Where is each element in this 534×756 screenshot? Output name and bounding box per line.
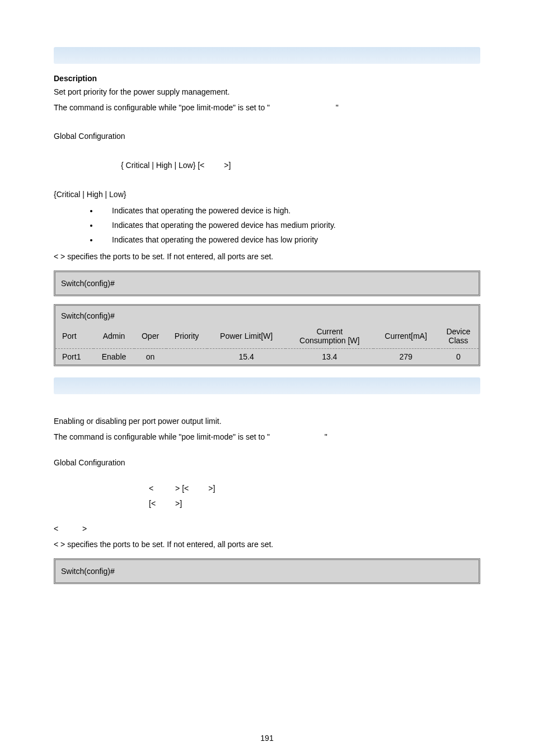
description-heading-1: Description [54, 74, 480, 83]
s1-syntax: { Critical | High | Low} [< >] [54, 160, 480, 172]
s1-bullet-critical: Indicates that operating the powered dev… [99, 204, 480, 218]
s1-bullet-high: Indicates that operating the powered dev… [99, 218, 480, 233]
td-port: Port1 [55, 349, 93, 365]
s1-bullet-low: Indicates that operating the powered dev… [99, 233, 480, 248]
s1-params-heading: {Critical | High | Low} [54, 189, 480, 201]
s2-syntax-block: < > [< >] [< >] [54, 482, 480, 510]
s1-ports-line: < > specifies the ports to be set. If no… [54, 251, 480, 263]
th-power-limit: Power Limit[W] [207, 324, 285, 349]
th-device-class-a: Device [442, 327, 475, 336]
s1-desc-line2: The command is configurable while "poe l… [54, 102, 480, 114]
td-device-class: 0 [438, 349, 479, 365]
output-box: Switch(config)# Port Admin Oper Priority… [54, 304, 480, 366]
th-priority: Priority [166, 324, 207, 349]
s2-desc-line2-post: " [325, 432, 327, 441]
s2-ports-line: < > specifies the ports to be set. If no… [54, 539, 480, 551]
s1-desc-line2-post: " [336, 103, 339, 112]
s2-desc-line2-pre: The command is configurable while "poe l… [54, 432, 270, 441]
s2-default-prompt: Switch(config)# [61, 567, 115, 576]
th-port: Port [55, 324, 93, 349]
s2-mode-value: Global Configuration [54, 457, 480, 469]
td-oper: on [134, 349, 166, 365]
s1-bullets: Indicates that operating the powered dev… [99, 204, 480, 247]
section-heading-bar-1 [54, 47, 480, 64]
s2-default-box: Switch(config)# [54, 558, 480, 584]
th-device-class: Device Class [438, 324, 479, 349]
td-power-limit: 15.4 [207, 349, 285, 365]
s1-syntax-text: { Critical | High | Low} [< >] [121, 161, 231, 170]
s1-bullet-critical-text: Indicates that operating the powered dev… [112, 206, 291, 215]
th-current-cons-a: Current [289, 327, 370, 336]
s2-params-line1: < > [54, 523, 480, 535]
th-admin: Admin [93, 324, 134, 349]
output-head: Switch(config)# [55, 306, 479, 324]
td-admin: Enable [93, 349, 134, 365]
th-current-cons: Current Consumption [W] [285, 324, 373, 349]
s1-bullet-high-text: Indicates that operating the powered dev… [112, 221, 336, 230]
s2-desc-line1: Enabling or disabling per port power out… [54, 416, 480, 428]
page-number: 191 [0, 734, 534, 743]
section-heading-bar-2 [54, 377, 480, 394]
port-table: Port Admin Oper Priority Power Limit[W] … [55, 324, 479, 365]
td-priority [166, 349, 207, 365]
s2-desc-line2: The command is configurable while "poe l… [54, 431, 480, 444]
s1-default-prompt: Switch(config)# [61, 279, 115, 288]
th-current-cons-b: Consumption [W] [289, 336, 370, 345]
th-oper: Oper [134, 324, 166, 349]
page-root: Description Set port priority for the po… [0, 0, 534, 756]
s1-desc-line2-pre: The command is configurable while "poe l… [54, 103, 270, 112]
s1-bullet-low-text: Indicates that operating the powered dev… [112, 235, 318, 244]
td-current-cons: 13.4 [285, 349, 373, 365]
s2-syntax-line1: < > [< >] [149, 482, 480, 494]
td-current-ma: 279 [373, 349, 438, 365]
s1-default-box: Switch(config)# [54, 270, 480, 296]
s2-syntax-line2: [< >] [149, 497, 480, 510]
th-current-ma: Current[mA] [373, 324, 438, 349]
s1-desc-line1: Set port priority for the power supply m… [54, 86, 480, 99]
th-device-class-b: Class [442, 336, 475, 345]
s1-mode-value: Global Configuration [54, 130, 480, 143]
table-row: Port1 Enable on 15.4 13.4 279 0 [55, 349, 479, 365]
